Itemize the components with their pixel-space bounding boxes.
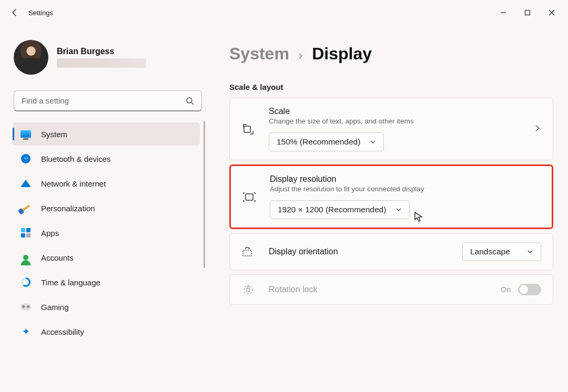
breadcrumb-parent[interactable]: System bbox=[229, 44, 289, 64]
rotation-lock-title: Rotation lock bbox=[269, 285, 318, 294]
sidebar-item-gaming[interactable]: Gaming bbox=[13, 295, 200, 318]
minimize-icon bbox=[500, 9, 506, 16]
svg-rect-8 bbox=[247, 288, 250, 292]
orientation-value: Landscape bbox=[470, 247, 510, 256]
scale-title: Scale bbox=[269, 107, 520, 116]
orientation-title: Display orientation bbox=[269, 247, 338, 256]
sidebar-item-network-internet[interactable]: Network & internet bbox=[13, 172, 200, 195]
resolution-subtitle: Adjust the resolution to fit your connec… bbox=[270, 185, 540, 193]
brush-icon bbox=[20, 202, 32, 214]
sidebar: Brian Burgess System ⌔ Bluetooth & devic… bbox=[0, 25, 210, 392]
user-email-redacted bbox=[57, 58, 146, 68]
chevron-down-icon bbox=[395, 207, 402, 213]
chevron-down-icon bbox=[527, 249, 533, 255]
orientation-icon bbox=[241, 246, 255, 257]
accessibility-icon: ✦ bbox=[20, 326, 32, 337]
maximize-icon bbox=[524, 9, 531, 16]
rotation-lock-icon bbox=[241, 283, 255, 296]
sidebar-item-accounts[interactable]: Accounts bbox=[13, 246, 200, 269]
chevron-right-icon bbox=[534, 125, 541, 134]
orientation-dropdown[interactable]: Landscape bbox=[462, 242, 541, 261]
window-controls bbox=[491, 4, 564, 21]
bluetooth-icon: ⌔ bbox=[20, 153, 32, 164]
scale-subtitle: Change the size of text, apps, and other… bbox=[269, 117, 520, 125]
sidebar-item-apps[interactable]: Apps bbox=[13, 221, 200, 244]
sidebar-item-label: Network & internet bbox=[41, 179, 106, 188]
wifi-icon bbox=[20, 178, 32, 189]
sidebar-scrollbar[interactable] bbox=[204, 121, 205, 268]
sidebar-item-label: Time & language bbox=[41, 278, 100, 287]
account-icon bbox=[20, 252, 32, 263]
monitor-icon bbox=[20, 128, 32, 140]
search-input[interactable] bbox=[22, 96, 186, 105]
app-title: Settings bbox=[28, 9, 53, 17]
sidebar-item-label: Accessibility bbox=[41, 327, 84, 336]
svg-rect-5 bbox=[246, 194, 253, 200]
display-resolution-card[interactable]: Display resolution Adjust the resolution… bbox=[229, 164, 553, 229]
gamepad-icon bbox=[20, 301, 32, 313]
search-box[interactable] bbox=[14, 90, 202, 111]
back-button[interactable] bbox=[4, 2, 25, 23]
maximize-button[interactable] bbox=[515, 4, 540, 21]
sidebar-item-system[interactable]: System bbox=[13, 122, 200, 146]
svg-rect-6 bbox=[243, 250, 251, 256]
section-title: Scale & layout bbox=[229, 82, 553, 91]
display-orientation-card[interactable]: Display orientation Landscape bbox=[229, 233, 553, 270]
sidebar-item-label: Bluetooth & devices bbox=[41, 154, 111, 163]
clock-icon bbox=[20, 276, 32, 288]
svg-line-3 bbox=[191, 102, 194, 105]
sidebar-item-label: System bbox=[41, 130, 67, 139]
rotation-lock-card: Rotation lock On bbox=[229, 274, 553, 305]
svg-rect-1 bbox=[525, 11, 530, 15]
chevron-down-icon bbox=[370, 139, 376, 145]
sidebar-item-label: Personalization bbox=[41, 204, 95, 213]
sidebar-item-accessibility[interactable]: ✦ Accessibility bbox=[13, 320, 200, 343]
main-pane: System › Display Scale & layout Scale Ch… bbox=[210, 25, 568, 392]
apps-icon bbox=[20, 227, 32, 239]
scale-card[interactable]: Scale Change the size of text, apps, and… bbox=[229, 98, 553, 160]
sidebar-item-label: Accounts bbox=[41, 253, 74, 262]
minimize-button[interactable] bbox=[491, 4, 515, 21]
user-account-row[interactable]: Brian Burgess bbox=[11, 25, 205, 85]
scale-dropdown[interactable]: 150% (Recommended) bbox=[269, 132, 384, 151]
close-button[interactable] bbox=[540, 4, 564, 21]
sidebar-item-personalization[interactable]: Personalization bbox=[13, 197, 200, 220]
svg-rect-4 bbox=[244, 126, 250, 132]
resolution-icon bbox=[242, 191, 256, 203]
title-bar: Settings bbox=[0, 0, 568, 25]
sidebar-item-label: Gaming bbox=[41, 303, 69, 312]
scale-value: 150% (Recommended) bbox=[277, 137, 360, 147]
sidebar-item-time-language[interactable]: Time & language bbox=[13, 271, 200, 294]
rotation-lock-toggle bbox=[518, 284, 541, 295]
user-text: Brian Burgess bbox=[57, 47, 146, 68]
user-name: Brian Burgess bbox=[57, 47, 146, 56]
nav-list: System ⌔ Bluetooth & devices Network & i… bbox=[11, 121, 205, 345]
resolution-dropdown[interactable]: 1920 × 1200 (Recommended) bbox=[270, 200, 410, 219]
breadcrumb: System › Display bbox=[229, 44, 553, 64]
svg-point-2 bbox=[187, 98, 192, 103]
rotation-lock-state: On bbox=[501, 285, 511, 294]
resolution-title: Display resolution bbox=[270, 174, 540, 184]
search-icon bbox=[186, 97, 194, 105]
sidebar-item-bluetooth-devices[interactable]: ⌔ Bluetooth & devices bbox=[13, 147, 200, 170]
breadcrumb-current: Display bbox=[312, 44, 372, 64]
scale-icon bbox=[241, 123, 255, 136]
sidebar-item-label: Apps bbox=[41, 229, 59, 238]
chevron-right-icon: › bbox=[299, 49, 302, 63]
arrow-left-icon bbox=[11, 8, 19, 17]
avatar bbox=[14, 40, 48, 75]
resolution-value: 1920 × 1200 (Recommended) bbox=[278, 205, 386, 214]
close-icon bbox=[549, 9, 555, 16]
